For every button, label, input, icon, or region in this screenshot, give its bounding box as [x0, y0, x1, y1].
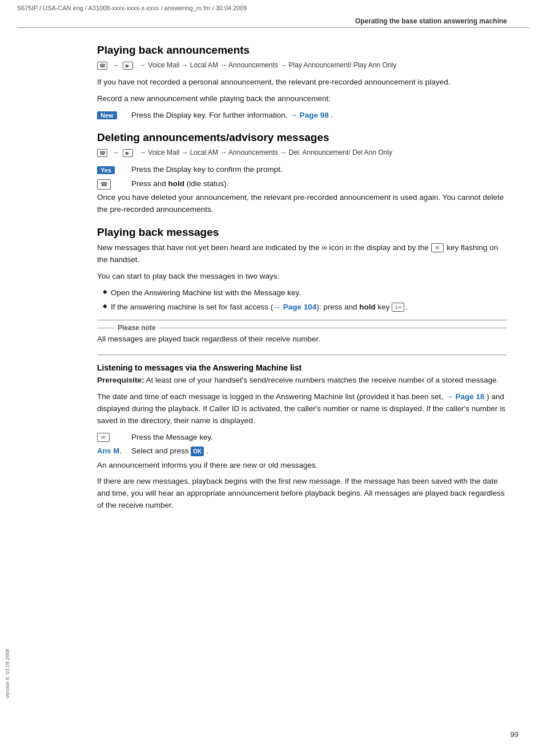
nav-icon-phone2: ☎	[97, 149, 107, 157]
section1-new-desc-link[interactable]: → Page 98	[289, 111, 328, 119]
section3-bullet2: If the answering machine is set for fast…	[103, 301, 507, 313]
message-key-icon1: ✉	[431, 243, 444, 252]
section3-bullet2-mid: ): press and	[316, 303, 359, 311]
section3-para2: You can start to play back the messages …	[97, 271, 507, 283]
section1-title: Playing back announcements	[97, 44, 507, 57]
section4-para1: The date and time of each message is log…	[97, 391, 507, 427]
section2-phone-desc: Press and hold (idle status).	[131, 178, 507, 190]
section4-para1-link[interactable]: → Page 16	[445, 392, 484, 401]
prereq-label: Prerequisite:	[97, 376, 144, 384]
section1-nav-text: → Voice Mail → Local AM → Announcements …	[139, 61, 396, 69]
ok-badge: OK	[191, 447, 204, 456]
section3-bullet-list: Open the Answering Machine list with the…	[103, 287, 507, 313]
section1-nav: ☎ → ▶ → Voice Mail → Local AM → Announce…	[97, 60, 507, 71]
section1-new-desc-post: .	[331, 111, 333, 119]
section2-phone-pre: Press and	[131, 179, 168, 188]
section4-prereq: Prerequisite: At least one of your hands…	[97, 375, 507, 387]
key-1-inf-icon: 1∞	[392, 303, 404, 312]
section3-bullet2-link[interactable]: → Page 104	[273, 303, 316, 311]
section4-ansm-label-cell: Ans M.	[97, 447, 126, 455]
section2-phone-bold: hold	[168, 179, 185, 188]
yes-badge: Yes	[97, 166, 115, 174]
section3-bullet2-dot: .	[405, 303, 408, 311]
ans-m-label: Ans M.	[97, 447, 122, 455]
section4-ansm-desc-post: .	[206, 447, 208, 455]
section2-title: Deleting announcements/advisory messages	[97, 131, 507, 144]
section3-para1-text: New messages that have not yet been hear…	[97, 243, 429, 252]
section4-msg-icon-cell: ✉	[97, 433, 126, 442]
section2-para1: Once you have deleted your announcement,…	[97, 192, 507, 216]
section1-new-desc-pre: Press the Display key. For further infor…	[131, 111, 288, 119]
nav-icon-arrow2: ▶	[123, 149, 133, 157]
nav-icon-phone1: ☎	[97, 62, 107, 70]
section1-new-badge-cell: New	[97, 111, 126, 119]
prereq-text: At least one of your handset's send/rece…	[144, 376, 499, 384]
section4-ansm-desc-pre: Select and press	[131, 447, 189, 455]
section3-title: Playing back messages	[97, 226, 507, 239]
section2-yes-row: Yes Press the Display key to confirm the…	[97, 164, 507, 175]
section4-para1-text: The date and time of each message is log…	[97, 392, 443, 401]
nav-icon-arrow1: ▶	[123, 62, 133, 70]
section4-title: Listening to messages via the Answering …	[97, 363, 507, 372]
section3-bullet2-pre: If the answering machine is set for fast…	[111, 303, 273, 311]
section3-bullet2-end: key	[376, 303, 390, 311]
section1-new-desc: Press the Display key. For further infor…	[131, 110, 507, 121]
section1-para2: Record a new announcement while playing …	[97, 93, 507, 105]
new-badge: New	[97, 111, 117, 119]
section4-para2: An announcement informs you if there are…	[97, 460, 507, 472]
message-key-icon2: ✉	[97, 433, 110, 442]
please-note-title: Please note	[97, 324, 507, 332]
section4-ansm-desc: Select and press OK .	[131, 445, 507, 457]
main-content: Playing back announcements ☎ → ▶ → Voice…	[0, 28, 547, 528]
section4-msg-row: ✉ Press the Message key.	[97, 432, 507, 443]
section4-ansm-row: Ans M. Select and press OK .	[97, 445, 507, 457]
section2-phone-row: ☎ Press and hold (idle status).	[97, 178, 507, 190]
page-header-right: Operating the base station answering mac…	[17, 14, 530, 28]
page-wrapper: S675IP / USA-CAN eng / A31008-xxxx-xxxx-…	[0, 0, 547, 756]
section3-para1: New messages that have not yet been hear…	[97, 242, 507, 266]
section3-bullet1: Open the Answering Machine list with the…	[103, 287, 507, 299]
section2-phone-icon-cell: ☎	[97, 179, 126, 190]
page-number: 99	[510, 730, 518, 739]
section2-nav: ☎ → ▶ → Voice Mail → Local AM → Announce…	[97, 147, 507, 158]
section2-nav-text: → Voice Mail → Local AM → Announcements …	[139, 148, 392, 156]
please-note-text: All messages are played back regardless …	[97, 333, 507, 345]
phone-idle-icon: ☎	[97, 179, 111, 190]
section1-para1: If you have not recorded a personal anno…	[97, 77, 507, 89]
section3-bullet2-bold: hold	[359, 303, 376, 311]
section1-new-row: New Press the Display key. For further i…	[97, 110, 507, 121]
section2-yes-desc: Press the Display key to confirm the pro…	[131, 164, 507, 175]
breadcrumb: S675IP / USA-CAN eng / A31008-xxxx-xxxx-…	[0, 0, 547, 14]
section4-para3: If there are new messages, playback begi…	[97, 476, 507, 512]
section4-msg-desc: Press the Message key.	[131, 432, 507, 443]
section2-yes-badge-cell: Yes	[97, 165, 126, 174]
section2-phone-post: (idle status).	[184, 179, 228, 188]
side-text: Version 8, 03.09.2008	[5, 649, 10, 699]
please-note-box: Please note All messages are played back…	[97, 320, 507, 355]
